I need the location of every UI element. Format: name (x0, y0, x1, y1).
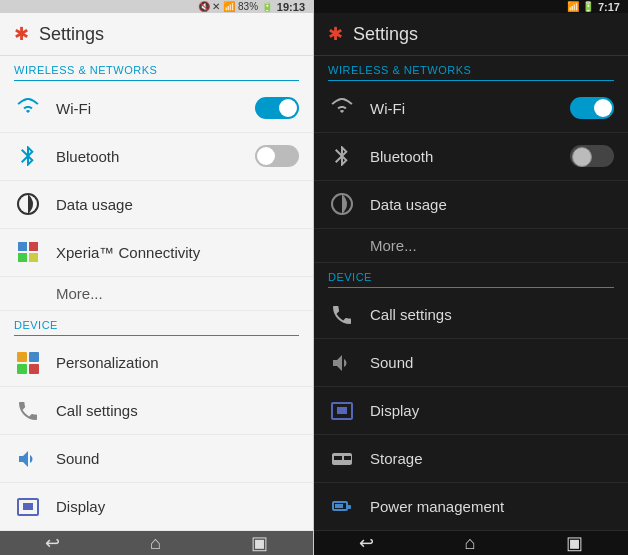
storage-icon-right (328, 445, 356, 473)
call-settings-label-left: Call settings (56, 402, 299, 419)
personalization-label-left: Personalization (56, 354, 299, 371)
bluetooth-label-left: Bluetooth (56, 148, 241, 165)
display-item-right[interactable]: Display (314, 387, 628, 435)
page-title-right: Settings (353, 24, 418, 45)
header-left: ✱ Settings (0, 13, 313, 56)
svg-rect-2 (29, 242, 38, 251)
wifi-toggle-right[interactable] (570, 97, 614, 119)
recent-button-left[interactable]: ▣ (251, 532, 268, 554)
bluetooth-item-left[interactable]: Bluetooth (0, 133, 313, 181)
power-mgmt-label-right: Power management (370, 498, 614, 515)
wifi-item-left[interactable]: Wi-Fi (0, 85, 313, 133)
svg-rect-3 (18, 253, 27, 262)
data-usage-label-left: Data usage (56, 196, 299, 213)
svg-rect-6 (29, 352, 39, 362)
bluetooth-icon-left (14, 142, 42, 170)
more-item-right[interactable]: More... (314, 229, 628, 263)
svg-rect-11 (337, 407, 347, 414)
page-title-left: Settings (39, 24, 104, 45)
status-bar-right: 📶 🔋 7:17 (314, 0, 628, 13)
section-device-divider-right (328, 287, 614, 288)
sound-item-left[interactable]: Sound (0, 435, 313, 483)
data-usage-icon-left (14, 190, 42, 218)
xperia-label-left: Xperia™ Connectivity (56, 244, 299, 261)
storage-label-right: Storage (370, 450, 614, 467)
time-left: 19:13 (277, 1, 305, 13)
nav-bar-left: ↩ ⌂ ▣ (0, 531, 313, 555)
header-right: ✱ Settings (314, 13, 628, 56)
call-settings-label-right: Call settings (370, 306, 614, 323)
xperia-icon-left (14, 238, 42, 266)
display-item-left[interactable]: Display (0, 483, 313, 531)
settings-wrench-icon-right: ✱ (328, 23, 343, 45)
recent-button-right[interactable]: ▣ (566, 532, 583, 554)
svg-rect-5 (17, 352, 27, 362)
data-usage-label-right: Data usage (370, 196, 614, 213)
power-mgmt-item-right[interactable]: Power management (314, 483, 628, 531)
call-settings-icon-right (328, 301, 356, 329)
nav-bar-right: ↩ ⌂ ▣ (314, 531, 628, 555)
display-icon-left (14, 493, 42, 521)
section-wireless-label-right: WIRELESS & NETWORKS (314, 56, 628, 80)
wifi-item-right[interactable]: Wi-Fi (314, 85, 628, 133)
data-usage-item-right[interactable]: Data usage (314, 181, 628, 229)
home-button-right[interactable]: ⌂ (465, 533, 476, 554)
section-wireless-label-left: WIRELESS & NETWORKS (0, 56, 313, 80)
wifi-icon-right (328, 94, 356, 122)
back-button-left[interactable]: ↩ (45, 532, 60, 554)
section-device-divider-left (14, 335, 299, 336)
sound-label-right: Sound (370, 354, 614, 371)
bluetooth-item-right[interactable]: Bluetooth (314, 133, 628, 181)
status-icons-left: 🔇 ✕ 📶 83% 🔋 (198, 1, 273, 12)
status-icons-right: 📶 🔋 (567, 1, 594, 12)
wifi-icon-left (14, 94, 42, 122)
bluetooth-toggle-left[interactable] (255, 145, 299, 167)
section-divider-left (14, 80, 299, 81)
personalization-icon-left (14, 349, 42, 377)
more-item-left[interactable]: More... (0, 277, 313, 311)
sound-item-right[interactable]: Sound (314, 339, 628, 387)
wifi-toggle-left[interactable] (255, 97, 299, 119)
display-label-right: Display (370, 402, 614, 419)
svg-rect-4 (29, 253, 38, 262)
sound-label-left: Sound (56, 450, 299, 467)
time-right: 7:17 (598, 1, 620, 13)
svg-rect-8 (29, 364, 39, 374)
right-panel: 📶 🔋 7:17 ✱ Settings WIRELESS & NETWORKS … (314, 0, 628, 555)
svg-rect-7 (17, 364, 27, 374)
bluetooth-label-right: Bluetooth (370, 148, 556, 165)
sound-icon-left (14, 445, 42, 473)
data-usage-icon-right (328, 190, 356, 218)
svg-rect-9 (23, 503, 33, 510)
svg-rect-14 (347, 505, 351, 509)
section-device-label-right: DEVICE (314, 263, 628, 287)
bluetooth-icon-right (328, 142, 356, 170)
home-button-left[interactable]: ⌂ (150, 533, 161, 554)
status-bar-left: 🔇 ✕ 📶 83% 🔋 19:13 (0, 0, 313, 13)
display-label-left: Display (56, 498, 299, 515)
left-panel: 🔇 ✕ 📶 83% 🔋 19:13 ✱ Settings WIRELESS & … (0, 0, 314, 555)
section-divider-right (328, 80, 614, 81)
call-settings-item-left[interactable]: Call settings (0, 387, 313, 435)
wifi-label-right: Wi-Fi (370, 100, 556, 117)
power-mgmt-icon-right (328, 493, 356, 521)
display-icon-right (328, 397, 356, 425)
svg-rect-13 (335, 504, 343, 508)
call-settings-item-right[interactable]: Call settings (314, 291, 628, 339)
personalization-item-left[interactable]: Personalization (0, 339, 313, 387)
back-button-right[interactable]: ↩ (359, 532, 374, 554)
call-settings-icon-left (14, 397, 42, 425)
storage-item-right[interactable]: Storage (314, 435, 628, 483)
data-usage-item-left[interactable]: Data usage (0, 181, 313, 229)
sound-icon-right (328, 349, 356, 377)
bluetooth-toggle-right[interactable] (570, 145, 614, 167)
wifi-label-left: Wi-Fi (56, 100, 241, 117)
svg-rect-1 (18, 242, 27, 251)
xperia-item-left[interactable]: Xperia™ Connectivity (0, 229, 313, 277)
settings-wrench-icon-left: ✱ (14, 23, 29, 45)
section-device-label-left: DEVICE (0, 311, 313, 335)
